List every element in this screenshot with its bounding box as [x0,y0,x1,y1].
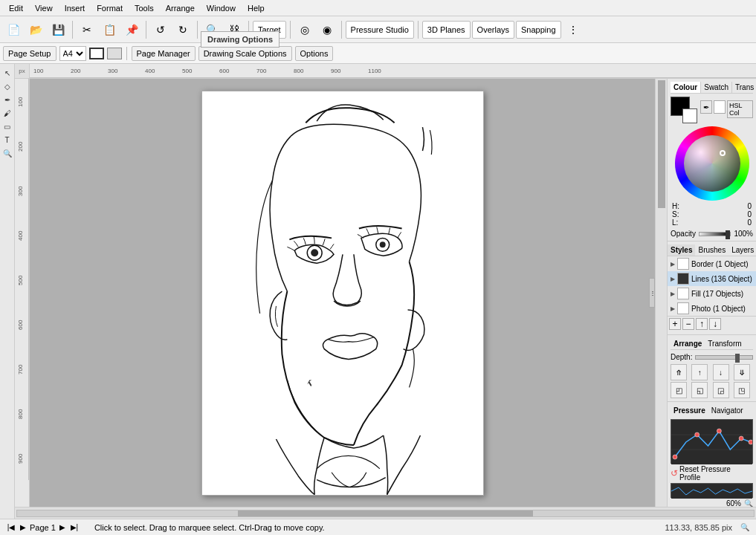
node-tool[interactable]: ◇ [1,80,13,92]
color-wheel-container[interactable] [675,126,749,201]
toolbar: 📄 📂 💾 ✂ 📋 📌 ↺ ↻ 🔍 ⛓ Target ◎ ◉ Pressure … [0,16,756,43]
background-swatch[interactable] [682,108,697,123]
remove-layer-button[interactable]: − [682,318,694,330]
color-triangle [684,135,740,192]
open-button[interactable]: 📂 [25,19,46,40]
prev-page-button[interactable]: ▶ [18,522,28,533]
menu-arrange[interactable]: Arrange [160,2,201,14]
page-size-select[interactable]: A4 [59,46,86,61]
tool1-button[interactable]: ◎ [294,19,315,40]
last-page-button[interactable]: ▶| [69,522,80,533]
move-up-button[interactable]: ↑ [696,318,708,330]
tab-pressure[interactable]: Pressure [671,405,708,416]
zoom-value: 60% [726,499,741,507]
svg-text:100: 100 [33,68,44,74]
zoom-out-status[interactable]: 🔍 [740,522,750,533]
layer-fill-name: Fill (17 Objects) [691,290,743,298]
zoom-tool[interactable]: 🔍 [1,147,13,159]
layer-photo[interactable]: ▶ Photo (1 Object) [668,301,756,316]
hscroll-track[interactable] [16,510,755,517]
pipette-button[interactable]: ✒ [700,100,712,114]
separator-1 [72,21,73,39]
depth-row: Depth: [671,353,753,361]
color-picker-handle[interactable] [720,150,726,156]
new-button[interactable]: 📄 [3,19,24,40]
paste-button[interactable]: 📌 [121,19,142,40]
tab-swatch[interactable]: Swatch [701,82,732,93]
hscroll-thumb[interactable] [238,510,532,516]
overlays-button[interactable]: Overlays [472,21,514,39]
bring-forward-button[interactable]: ↑ [691,364,708,380]
move-down-button[interactable]: ↓ [709,318,721,330]
send-to-back-button[interactable]: ⤋ [734,364,750,380]
align-tl-button[interactable]: ◰ [671,382,687,398]
copy-button[interactable]: 📋 [99,19,120,40]
redo-button[interactable]: ↻ [172,19,193,40]
drawing-scale-button[interactable]: Drawing Scale Options [198,46,292,61]
horizontal-scrollbar[interactable] [15,507,756,519]
tab-colour[interactable]: Colour [671,82,701,93]
bring-to-front-button[interactable]: ⤊ [671,364,687,380]
tab-brushes[interactable]: Brushes [695,244,728,256]
pen-tool[interactable]: ✒ [1,94,13,106]
canvas-container[interactable]: ⋮ [30,79,655,507]
tab-transform[interactable]: Transform [705,338,744,349]
3d-planes-button[interactable]: 3D Planes [422,21,471,39]
shape-tool[interactable]: ▭ [1,120,13,132]
l-row: L: 0 [672,218,752,227]
brush-tool[interactable]: 🖌 [1,107,13,119]
pressure-studio-button[interactable]: Pressure Studio [346,21,414,39]
add-layer-button[interactable]: + [669,318,681,330]
color-box-outline[interactable] [89,48,104,59]
hsl-select[interactable]: HSL Col [727,100,753,118]
layer-fill-thumb [677,288,689,299]
send-backward-button[interactable]: ↓ [713,364,729,380]
menu-help[interactable]: Help [242,2,271,14]
opacity-slider[interactable] [699,232,731,236]
page-navigation: |◀ ▶ Page 1 ▶ ▶| [6,522,80,533]
right-panel: Colour Swatch Trans ✒ [667,79,756,507]
panel-handle[interactable]: ⋮ [649,278,655,308]
l-label: L: [672,218,678,227]
menu-format[interactable]: Format [91,2,129,14]
menu-view[interactable]: View [29,2,59,14]
layer-border[interactable]: ▶ Border (1 Object) [668,256,756,271]
layer-lines[interactable]: ▶ Lines (136 Object) [668,271,756,286]
reset-pressure-button[interactable]: ↺ Reset Pressure Profile [671,465,753,482]
zoom-icon[interactable]: 🔍 [744,499,753,507]
align-tr-button[interactable]: ◱ [691,382,708,398]
tab-styles[interactable]: Styles [668,244,695,256]
first-page-button[interactable]: |◀ [6,522,16,533]
tab-layers[interactable]: Layers [728,244,756,256]
layer-fill[interactable]: ▶ Fill (17 Objects) [668,286,756,301]
align-bl-button[interactable]: ◲ [713,382,729,398]
vertical-scrollbar[interactable] [655,79,667,507]
pointer-tool[interactable]: ↖ [1,67,13,79]
white-swatch[interactable] [714,100,726,114]
more-button[interactable]: ⋮ [563,19,584,40]
pressure-graph[interactable] [671,419,753,464]
menu-tools[interactable]: Tools [129,2,160,14]
arrange-tabs: Arrange Transform [671,338,753,350]
tab-trans[interactable]: Trans [732,82,756,93]
next-page-button[interactable]: ▶ [57,522,68,533]
options-button[interactable]: Options [295,46,334,61]
cut-button[interactable]: ✂ [77,19,97,40]
save-button[interactable]: 💾 [48,19,68,40]
menu-edit[interactable]: Edit [3,2,29,14]
page-setup-button[interactable]: Page Setup [3,46,56,61]
text-tool[interactable]: T [1,134,13,146]
tab-navigator[interactable]: Navigator [708,405,746,416]
align-br-button[interactable]: ◳ [734,382,750,398]
color-box-fill[interactable] [107,48,122,59]
menu-window[interactable]: Window [201,2,242,14]
tab-arrange[interactable]: Arrange [671,338,705,349]
depth-slider[interactable] [695,355,753,360]
s-value: 0 [747,210,752,218]
undo-button[interactable]: ↺ [150,19,171,40]
page-manager-button[interactable]: Page Manager [132,46,196,61]
menu-insert[interactable]: Insert [59,2,91,14]
snapping-button[interactable]: Snapping [516,21,561,39]
svg-text:300: 300 [17,186,24,196]
tool2-button[interactable]: ◉ [317,19,337,40]
